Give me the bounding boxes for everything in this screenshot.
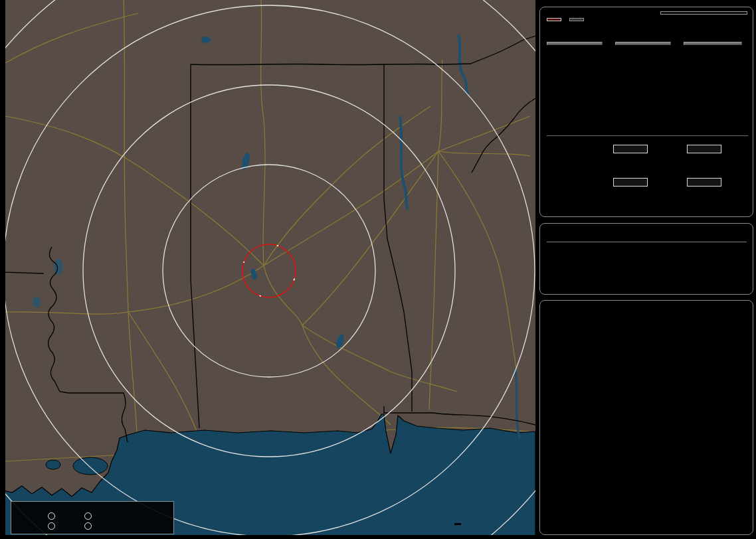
bearing-readout [660,11,747,15]
circle-minus-icon [48,522,55,530]
cg-minus-bar [687,145,721,153]
circle-minus-icon [48,512,55,520]
intracloud-counts [547,189,748,204]
legend-old-row [14,522,173,532]
settings-panel [539,223,753,295]
strikes-per-min-value [547,45,603,70]
ic-minus-bar [687,178,721,187]
lightning-distribution [547,133,748,208]
trend-panel [539,300,753,535]
legend-recent-row [14,512,173,522]
cloud-ground-row [547,142,748,156]
cloud-ground-counts [547,156,748,171]
cg-plus-bar [613,145,648,153]
app-window: { "map": { "ring_labels": ["313", "219",… [0,0,756,539]
rate-counters [547,42,747,77]
strike-stats-panel [539,7,753,217]
distribution-title [547,133,748,136]
circle-plus-icon [84,522,92,530]
map-legend [11,501,174,534]
noises-per-min-value [684,45,742,70]
copyright-text [454,523,461,525]
strike-map[interactable] [5,0,535,535]
intracloud-row [547,175,748,189]
legend-header-row [14,502,173,512]
noise-toggle-button[interactable] [569,18,584,21]
circle-plus-icon [84,512,92,520]
divider [547,242,747,242]
ic-plus-bar [613,178,648,187]
trend-graph [544,356,751,528]
strike-toggle-button[interactable] [547,18,561,21]
close-per-min-value [615,45,671,70]
map-canvas[interactable] [5,0,535,535]
